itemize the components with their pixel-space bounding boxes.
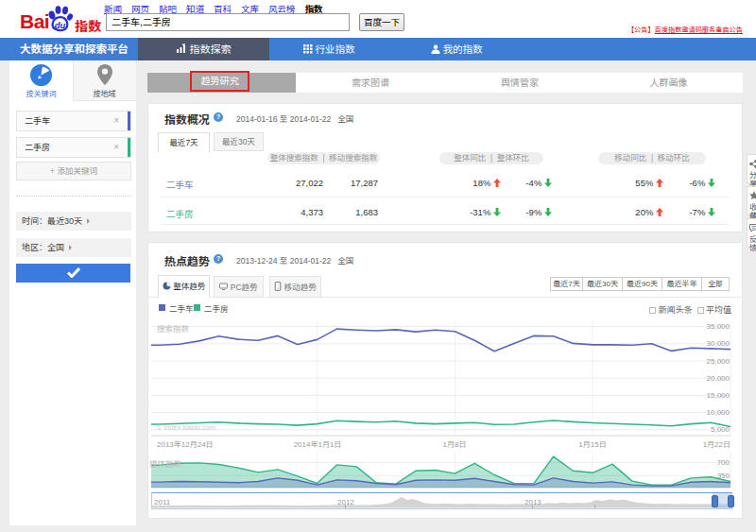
- svg-text:du: du: [55, 20, 66, 30]
